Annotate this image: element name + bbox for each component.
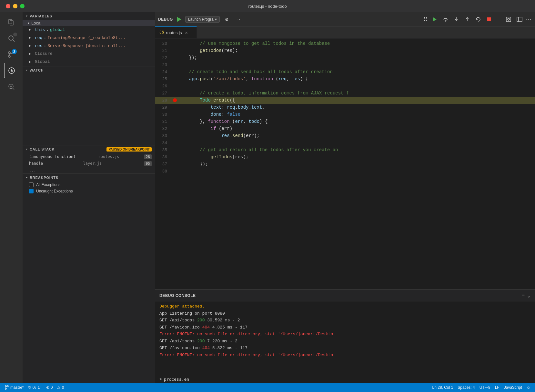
source-control-badge: 2 [12, 49, 17, 54]
breakpoint-all-exceptions[interactable]: All Exceptions [23, 181, 155, 188]
clear-console-button[interactable]: ⌄ [527, 292, 530, 299]
code-editor[interactable]: 20 // use mongoose to get all todos in t… [155, 39, 535, 289]
svg-point-5 [8, 55, 10, 57]
close-button[interactable] [6, 4, 10, 8]
language-status[interactable]: JavaScript [504, 385, 522, 390]
callstack-name-1: handle [29, 161, 43, 166]
var-res[interactable]: ▶ res : ServerResponse {domain: null... [23, 42, 155, 50]
watch-header[interactable]: ▾ WATCH [23, 66, 155, 74]
debug-run-button[interactable] [176, 16, 183, 23]
svg-point-23 [5, 388, 6, 389]
debug-step-into-button[interactable] [452, 15, 461, 24]
debug-icon[interactable] [4, 63, 19, 78]
git-branch-icon [5, 385, 9, 390]
console-line-debugger-attached: Debugger attached. [159, 303, 530, 310]
spaces-status[interactable]: Spaces: 4 [458, 385, 475, 390]
var-value-res: ServerResponse {domain: null... [47, 43, 126, 50]
git-branch-name: master* [10, 385, 24, 390]
expand-icon: ▶ [29, 52, 34, 57]
sync-status[interactable]: ↻ 0↓ 1↑ [28, 385, 42, 390]
encoding-status[interactable]: UTF-8 [479, 385, 490, 390]
code-line-28: 28 Todo.create({ [155, 97, 535, 104]
svg-point-2 [9, 36, 13, 40]
callstack-item-0[interactable]: (anonymous function) routes.js 28 [23, 153, 155, 160]
local-expand-icon: ▾ [28, 21, 29, 25]
svg-rect-19 [506, 17, 511, 22]
code-line-24: 24 // create todo and send back all todo… [155, 68, 535, 75]
breakpoint-uncaught[interactable]: Uncaught Exceptions [23, 188, 155, 194]
bp-label-uncaught: Uncaught Exceptions [36, 189, 73, 193]
tab-close-button[interactable]: ✕ [185, 30, 188, 35]
breakpoints-header[interactable]: ▾ BREAKPOINTS [23, 174, 155, 181]
smiley-icon: ☺ [527, 385, 530, 390]
maximize-button[interactable] [20, 4, 25, 8]
gear-icon[interactable]: ⚙ [222, 15, 231, 24]
git-branch-status[interactable]: master* [5, 385, 24, 390]
debug-continue-button[interactable] [430, 15, 439, 24]
var-req[interactable]: ▶ req : IncomingMessage {_readableSt... [23, 34, 155, 42]
source-control-icon[interactable]: 2 [4, 47, 19, 62]
local-group-header[interactable]: ▾ Local [23, 20, 155, 26]
minimize-button[interactable] [13, 4, 17, 8]
console-line-get-favicon-1: GET /favicon.ico 404 4.825 ms - 117 [159, 324, 530, 331]
callstack-title: CALL STACK [30, 147, 55, 151]
breakpoints-section: ▾ BREAKPOINTS All Exceptions Uncaught Ex… [23, 173, 155, 194]
feedback-button[interactable]: ☺ [527, 385, 530, 390]
variables-header[interactable]: ▾ VARIABLES [23, 12, 155, 20]
debug-step-over-button[interactable] [441, 15, 450, 24]
watch-section: ▾ WATCH [23, 66, 155, 145]
tab-routes-js[interactable]: JS routes.js ✕ [155, 26, 197, 38]
warnings-status[interactable]: ⚠ 0 [57, 385, 64, 390]
callstack-expand-icon: ▾ [26, 147, 28, 151]
callstack-item-1[interactable]: handle layer.js 95 [23, 160, 155, 167]
bp-checkbox-uncaught[interactable] [29, 189, 34, 193]
debug-console: DEBUG CONSOLE ≡ ⌄ Debugger attached. App… [155, 289, 535, 383]
more-actions-button[interactable]: ··· [526, 16, 532, 23]
filter-console-button[interactable]: ≡ [522, 292, 525, 299]
expand-icon: ▶ [29, 35, 34, 41]
console-input-line: > [155, 376, 535, 383]
files-icon[interactable] [4, 15, 19, 30]
debug-stop-button[interactable] [485, 15, 494, 24]
extensions-icon[interactable] [4, 79, 19, 94]
toggle-sidebar-button[interactable] [515, 15, 524, 24]
errors-status[interactable]: ⊗ 0 [46, 385, 53, 390]
debug-restart-button[interactable] [474, 15, 483, 24]
callstack-header[interactable]: ▾ CALL STACK PAUSED ON BREAKPOINT [23, 145, 155, 153]
console-title: DEBUG CONSOLE [159, 293, 196, 298]
code-line-30: 30 done: false [155, 111, 535, 118]
cursor-position-status[interactable]: Ln 28, Col 1 [432, 385, 453, 390]
var-closure[interactable]: ▶ Closure [23, 50, 155, 58]
debug-drag-handle[interactable]: ⠿ [423, 16, 428, 23]
remote-explorer-button[interactable] [504, 15, 513, 24]
line-ending-status[interactable]: LF [495, 385, 500, 390]
console-line-port: App listening on port 8080 [159, 310, 530, 317]
debug-toolbar: DEBUG Launch Progra ▾ ⚙ ▭ ⠿ [155, 12, 535, 26]
terminal-icon[interactable]: ▭ [234, 15, 243, 24]
code-line-29: 29 text: req.body.text, [155, 104, 535, 111]
code-line-33: 33 res.send(err); [155, 132, 535, 139]
var-this[interactable]: ▶ this : global [23, 26, 155, 34]
console-input[interactable] [164, 377, 530, 382]
code-line-35: 35 // get and return all the todos after… [155, 146, 535, 153]
callstack-line-0: 28 [144, 154, 152, 159]
search-icon[interactable] [4, 31, 19, 46]
code-line-26: 26 [155, 83, 535, 90]
var-global[interactable]: ▶ Global [23, 58, 155, 66]
launch-config-label: Launch Progra [188, 17, 214, 22]
launch-config-dropdown[interactable]: Launch Progra ▾ [185, 16, 220, 23]
js-file-icon: JS [159, 30, 164, 35]
variables-title: VARIABLES [30, 14, 52, 18]
warnings-label: ⚠ 0 [57, 385, 64, 390]
debug-step-out-button[interactable] [463, 15, 472, 24]
code-line-22: 22 }); [155, 54, 535, 61]
svg-rect-21 [517, 17, 522, 22]
callstack-item-more[interactable]: ... [23, 167, 155, 173]
console-line-error-1: Error: ENOENT: no such file or directory… [159, 331, 530, 338]
code-line-38: 38 [155, 168, 535, 175]
callstack-file-0: routes.js [98, 154, 121, 159]
closure-label: Closure [35, 51, 53, 57]
svg-line-3 [13, 40, 15, 42]
svg-point-20 [508, 18, 510, 20]
bp-checkbox-all[interactable] [29, 182, 34, 187]
